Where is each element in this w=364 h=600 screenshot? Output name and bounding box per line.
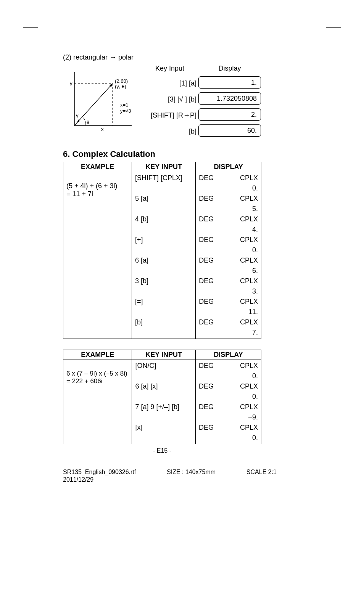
display-value: 6.	[199, 266, 258, 276]
example-cell: (5 + 4i) + (6 + 3i) = 11 + 7i	[63, 172, 132, 339]
crop-mark	[23, 443, 38, 443]
footer-date: 2011/12/29	[63, 476, 93, 483]
footer: SR135_English_090326.rtf SIZE : 140x75mm…	[63, 469, 277, 476]
rect-polar-section: y x (2,60) (γ, θ) x=1 y=√3 γ θ Key Input…	[63, 65, 261, 145]
table-header: EXAMPLE	[63, 162, 132, 172]
key-input-row: [1] [a]	[143, 77, 196, 93]
example-line: = 222 + 606i	[66, 377, 129, 385]
example-line: (5 + 4i) + (6 + 3i)	[66, 182, 129, 190]
display-mode-line: DEGCPLX	[199, 173, 258, 183]
footer-size: SIZE : 140x75mm	[167, 469, 216, 476]
display-value: 0.	[199, 433, 258, 443]
point-label-top: (2,60)	[115, 78, 128, 84]
key-step: 7 [a] 9 [+/–] [b]	[135, 402, 192, 412]
key-step: [=]	[135, 297, 192, 307]
display-value: 3.	[199, 286, 258, 297]
key-step: [+]	[135, 235, 192, 245]
key-step: 6 [a]	[135, 255, 192, 266]
key-step: [b]	[135, 317, 192, 327]
table-header: EXAMPLE	[63, 350, 132, 360]
display-mode-line: DEGCPLX	[199, 317, 258, 327]
crop-mark	[315, 12, 315, 31]
display-value: 0.	[199, 245, 258, 255]
display-value: 7.	[199, 327, 258, 338]
display-header: Display	[198, 65, 261, 73]
display-mode-line: DEGCPLX	[199, 381, 258, 392]
key-step: 6 [a] [x]	[135, 381, 192, 392]
crop-mark	[326, 443, 341, 443]
display-cell: DEGCPLX0.DEGCPLX5.DEGCPLX4.DEGCPLX0.DEGC…	[196, 172, 261, 339]
key-input-row: [3] [√ ] [b]	[143, 93, 196, 109]
display-mode-line: DEGCPLX	[199, 235, 258, 245]
display-mode-line: DEGCPLX	[199, 402, 258, 412]
svg-marker-7	[77, 119, 79, 123]
display-mode-line: DEGCPLX	[199, 423, 258, 433]
point-label-bot: (γ, θ)	[115, 84, 126, 89]
display-mode-line: DEGCPLX	[199, 255, 258, 266]
key-input-row: [b]	[143, 125, 196, 141]
key-step: 5 [a]	[135, 194, 192, 204]
display-value: 0.	[199, 183, 258, 194]
display-box: 1.	[198, 76, 261, 89]
table-header: DISPLAY	[196, 162, 261, 172]
display-cell: DEGCPLX0.DEGCPLX0.DEGCPLX–9.DEGCPLX0.	[195, 360, 261, 444]
key-input-row: [SHIFT] [R→P]	[143, 109, 196, 125]
x-eq: x=1	[120, 102, 128, 108]
key-step: [ON/C]	[135, 361, 192, 371]
display-box: 1.732050808	[198, 92, 261, 105]
example-cell: 6 x (7 – 9i) x (–5 x 8i) = 222 + 606i	[63, 360, 132, 444]
example-line: = 11 + 7i	[66, 190, 129, 198]
key-input-header: Key Input	[143, 65, 196, 73]
footer-scale: SCALE 2:1	[246, 469, 277, 476]
display-value: 0.	[199, 392, 258, 402]
table-header: KEY INPUT	[132, 350, 196, 360]
footer-file: SR135_English_090326.rtf	[63, 469, 136, 476]
display-value: 0.	[199, 371, 258, 381]
key-step: 3 [b]	[135, 276, 192, 286]
display-mode-line: DEGCPLX	[199, 276, 258, 286]
display-mode-line: DEGCPLX	[199, 361, 258, 371]
table-header: KEY INPUT	[132, 162, 196, 172]
display-value: 5.	[199, 204, 258, 214]
display-value: 11.	[199, 307, 258, 317]
display-box: 60.	[198, 124, 261, 137]
y-axis-label: y	[70, 81, 72, 86]
display-value: 4.	[199, 224, 258, 235]
complex-table-2: EXAMPLE KEY INPUT DISPLAY 6 x (7 – 9i) x…	[63, 350, 261, 444]
example-line: 6 x (7 – 9i) x (–5 x 8i)	[66, 370, 129, 377]
key-input-cell: [SHIFT] [CPLX] 5 [a] 4 [b] [+] 6 [a] 3 […	[132, 172, 196, 339]
crop-mark	[49, 12, 49, 31]
y-eq: y=√3	[120, 108, 131, 114]
table-header: DISPLAY	[195, 350, 261, 360]
key-step: 4 [b]	[135, 214, 192, 224]
key-input-column: Key Input [1] [a] [3] [√ ] [b] [SHIFT] […	[143, 65, 196, 141]
section-heading: 6. Complex Calculation	[63, 149, 261, 160]
theta-label: θ	[87, 119, 89, 125]
display-value: –9.	[199, 412, 258, 423]
key-step: [x]	[135, 423, 192, 433]
gamma-label: γ	[76, 113, 79, 118]
crop-mark	[315, 444, 315, 462]
crop-mark	[326, 27, 341, 28]
coordinate-diagram: y x (2,60) (γ, θ) x=1 y=√3 γ θ	[67, 68, 139, 137]
display-box: 2.	[198, 108, 261, 121]
page-content: (2) rectangular → polar y x (2,60) (γ, θ…	[63, 53, 261, 454]
x-axis-label: x	[101, 126, 104, 132]
display-column: Display 1. 1.732050808 2. 60.	[198, 65, 261, 140]
page-number: - E15 -	[63, 447, 261, 454]
key-step: [SHIFT] [CPLX]	[135, 173, 192, 183]
crop-mark	[23, 27, 38, 28]
display-mode-line: DEGCPLX	[199, 194, 258, 204]
crop-mark	[49, 444, 49, 462]
display-mode-line: DEGCPLX	[199, 214, 258, 224]
intro-text: (2) rectangular → polar	[63, 53, 261, 61]
key-input-cell: [ON/C] 6 [a] [x] 7 [a] 9 [+/–] [b] [x]	[132, 360, 196, 444]
complex-table-1: EXAMPLE KEY INPUT DISPLAY (5 + 4i) + (6 …	[63, 162, 261, 339]
display-mode-line: DEGCPLX	[199, 297, 258, 307]
